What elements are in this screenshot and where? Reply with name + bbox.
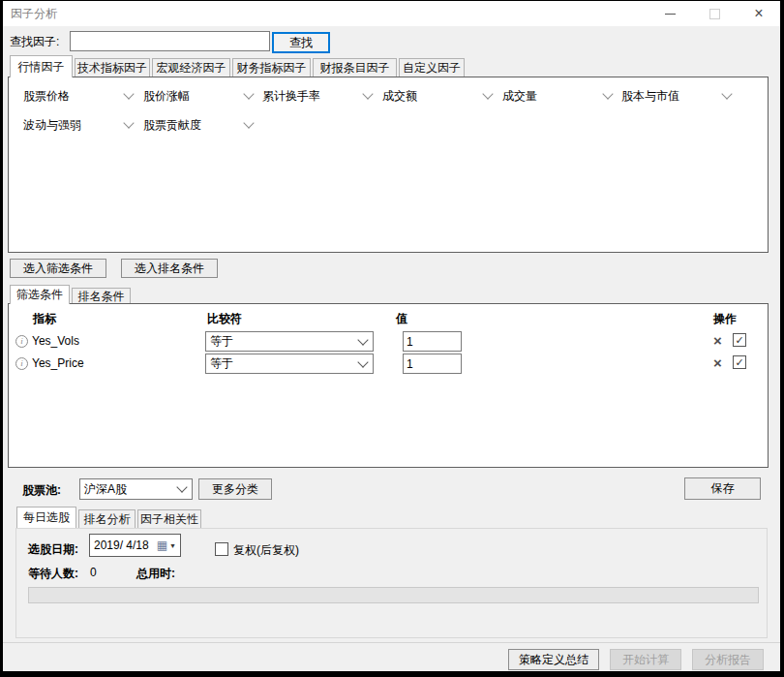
chevron-down-icon: [602, 88, 613, 99]
add-to-filter-button[interactable]: 选入筛选条件: [10, 259, 106, 278]
maximize-button[interactable]: [698, 1, 731, 26]
chevron-down-icon: [362, 88, 373, 99]
adjust-price-label: 复权(后复权): [233, 542, 299, 559]
tab-filter-conditions[interactable]: 筛选条件: [10, 285, 70, 304]
close-icon: ×: [754, 5, 763, 21]
delete-condition-icon[interactable]: ×: [713, 334, 722, 348]
chevron-down-icon: [357, 334, 368, 345]
titlebar: 因子分析 ×: [3, 1, 780, 26]
footer-divider: [3, 642, 780, 643]
factor-group-price-change[interactable]: 股价涨幅: [143, 88, 253, 104]
daily-selection-panel: 选股日期: 2019/ 4/18 ▦ ▼ 复权(后复权) 等待人数: 0 总用时…: [15, 528, 768, 638]
maximize-icon: [709, 9, 720, 19]
tab-macro-factor[interactable]: 宏观经济因子: [152, 58, 230, 77]
tab-market-factor[interactable]: 行情因子: [10, 55, 73, 77]
chevron-down-icon: [357, 356, 368, 367]
total-time-label: 总用时:: [136, 566, 175, 582]
tab-rank-analysis[interactable]: 排名分析: [78, 509, 136, 528]
factor-group-stock-contribution[interactable]: 股票贡献度: [143, 117, 253, 133]
chevron-down-icon: [176, 481, 187, 492]
chevron-down-icon: [123, 88, 134, 99]
factor-group-trade-volume[interactable]: 成交量: [502, 88, 612, 104]
dropdown-arrow-icon: ▼: [169, 542, 176, 549]
waiting-count-label: 等待人数:: [28, 566, 78, 582]
factor-group-trade-amount[interactable]: 成交额: [382, 88, 492, 104]
save-button[interactable]: 保存: [684, 477, 761, 500]
date-value: 2019/ 4/18: [94, 539, 157, 552]
waiting-count-value: 0: [90, 566, 97, 579]
chevron-down-icon: [123, 117, 134, 128]
info-icon[interactable]: i: [15, 357, 28, 370]
search-input[interactable]: [70, 31, 270, 51]
window-title: 因子分析: [11, 1, 57, 26]
delete-condition-icon[interactable]: ×: [713, 356, 722, 370]
indicator-name: Yes_Price: [32, 356, 84, 370]
comparator-select[interactable]: 等于: [205, 331, 374, 352]
tab-technical-factor[interactable]: 技术指标因子: [75, 58, 150, 77]
search-factor-label: 查找因子:: [10, 34, 59, 50]
col-header-comparator: 比较符: [207, 311, 242, 327]
minimize-button[interactable]: [653, 1, 686, 26]
tab-rank-conditions[interactable]: 排名条件: [72, 288, 131, 304]
analysis-report-button[interactable]: 分析报告: [692, 649, 764, 670]
selection-date-label: 选股日期:: [28, 541, 78, 558]
condition-enabled-checkbox[interactable]: ✓: [733, 355, 746, 369]
tab-daily-selection[interactable]: 每日选股: [16, 507, 76, 528]
date-picker[interactable]: 2019/ 4/18 ▦ ▼: [89, 534, 181, 557]
col-header-value: 值: [396, 311, 407, 327]
search-button[interactable]: 查找: [272, 32, 330, 53]
factor-group-turnover-rate[interactable]: 累计换手率: [262, 88, 372, 104]
factor-group-volatility-strength[interactable]: 波动与强弱: [23, 117, 133, 133]
factor-group-stock-price[interactable]: 股票价格: [23, 88, 133, 104]
calendar-icon: ▦: [157, 539, 167, 552]
chevron-down-icon: [243, 117, 254, 128]
adjust-price-checkbox[interactable]: [215, 542, 228, 556]
comparator-select[interactable]: 等于: [205, 354, 374, 374]
col-header-indicator: 指标: [33, 311, 56, 327]
minimize-icon: [665, 14, 676, 15]
chevron-down-icon: [482, 88, 493, 99]
start-calculation-button[interactable]: 开始计算: [610, 649, 681, 670]
value-input[interactable]: [403, 331, 462, 352]
close-button[interactable]: ×: [742, 1, 775, 26]
chevron-down-icon: [721, 88, 732, 99]
tab-financial-factor[interactable]: 财务指标因子: [232, 58, 311, 77]
tab-custom-factor[interactable]: 自定义因子: [399, 58, 465, 77]
factor-list-panel: 股票价格 股价涨幅 累计换手率 成交额 成交量 股本与市值 波动与强弱 股票贡献…: [8, 77, 769, 253]
tab-report-item-factor[interactable]: 财报条目因子: [313, 58, 397, 77]
value-input[interactable]: [403, 354, 462, 374]
condition-enabled-checkbox[interactable]: ✓: [733, 333, 746, 347]
add-to-rank-button[interactable]: 选入排名条件: [121, 259, 218, 278]
stock-pool-label: 股票池:: [22, 482, 61, 499]
strategy-summary-button[interactable]: 策略定义总结: [508, 649, 599, 670]
col-header-operation: 操作: [713, 311, 737, 327]
chevron-down-icon: [243, 88, 254, 99]
tab-factor-correlation[interactable]: 因子相关性: [137, 509, 201, 528]
stock-pool-select[interactable]: 沪深A股: [79, 478, 193, 500]
factor-group-shares-marketcap[interactable]: 股本与市值: [621, 88, 731, 104]
factor-analysis-dialog: 因子分析 × 查找因子: 查找 行情因子 技术指标因子 宏观经济因子 财务指标因…: [3, 1, 780, 671]
condition-table-panel: 指标 比较符 值 操作 i Yes_Vols 等于 × ✓ i Yes_Pric…: [8, 303, 769, 468]
more-categories-button[interactable]: 更多分类: [198, 478, 272, 500]
progress-bar: [28, 587, 759, 603]
indicator-name: Yes_Vols: [32, 334, 79, 348]
info-icon[interactable]: i: [15, 335, 28, 348]
